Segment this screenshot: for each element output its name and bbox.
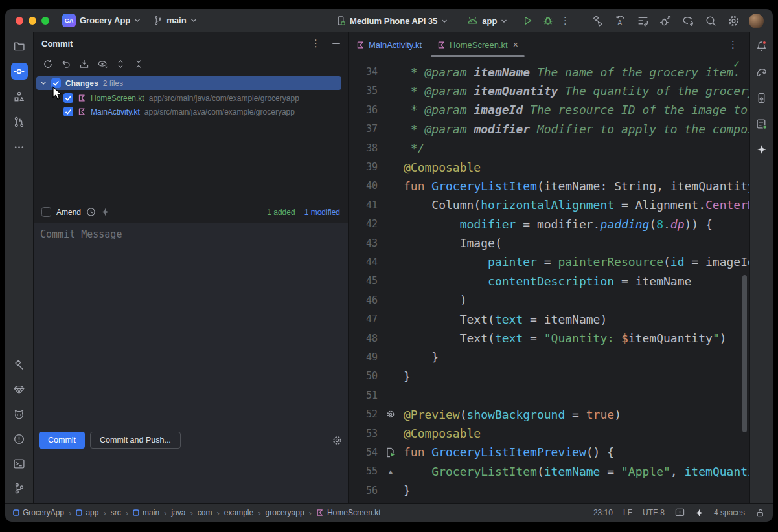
history-clock-icon[interactable]: [86, 207, 96, 217]
code-text[interactable]: * @param imageId The resource ID of the …: [404, 103, 748, 116]
code-line[interactable]: 45 contentDescription = itemName: [349, 272, 749, 291]
line-number[interactable]: 35: [349, 85, 378, 96]
code-line[interactable]: 47 Text(text = itemName): [349, 309, 749, 328]
line-number[interactable]: 41: [349, 199, 378, 211]
code-line[interactable]: 49 }: [349, 348, 749, 366]
breadcrumb-item[interactable]: HomeScreen.kt: [316, 508, 381, 517]
changes-group-row[interactable]: Changes 2 files: [36, 76, 341, 90]
inspection-widget-icon[interactable]: [675, 508, 685, 517]
code-text[interactable]: }: [404, 483, 411, 497]
code-text[interactable]: * @param modifier Modifier to apply to t…: [404, 122, 749, 136]
line-number[interactable]: 44: [349, 256, 378, 268]
commit-tool-button[interactable]: [11, 63, 28, 80]
restore-actions-button[interactable]: [635, 14, 650, 28]
breadcrumb-item[interactable]: app: [76, 508, 98, 517]
code-line[interactable]: 54fun GroceryListItemPreview() {: [349, 443, 749, 461]
file-checkbox[interactable]: [63, 93, 73, 103]
gutter-up-icon[interactable]: ▲: [378, 468, 404, 475]
code-text[interactable]: fun GroceryListItem(itemName: String, it…: [404, 179, 749, 193]
breadcrumb-item[interactable]: GroceryApp: [13, 508, 64, 517]
line-number[interactable]: 37: [349, 123, 378, 135]
amend-checkbox[interactable]: [41, 207, 51, 217]
code-line[interactable]: 44 painter = painterResource(id = imageI…: [349, 252, 749, 271]
line-number[interactable]: 33: [349, 57, 378, 59]
file-checkbox[interactable]: [63, 107, 73, 116]
code-text[interactable]: @Composable: [404, 427, 481, 440]
code-line[interactable]: 37 * @param modifier Modifier to apply t…: [349, 120, 749, 139]
code-text[interactable]: */: [404, 141, 425, 155]
code-line[interactable]: 53@Composable: [349, 424, 749, 443]
device-manager-button[interactable]: [753, 115, 770, 132]
breadcrumb-item[interactable]: java: [171, 508, 185, 517]
debug-button[interactable]: [541, 14, 555, 28]
code-text[interactable]: contentDescription = itemName: [404, 274, 691, 288]
ai-sparkle-icon[interactable]: [695, 509, 704, 517]
build-run-button[interactable]: [590, 14, 604, 28]
line-number[interactable]: 56: [349, 485, 378, 496]
line-number[interactable]: 53: [349, 428, 378, 439]
breadcrumb-item[interactable]: example: [224, 508, 253, 517]
code-text[interactable]: ): [404, 293, 467, 307]
code-line[interactable]: 46 ): [349, 291, 749, 309]
gutter-gear-icon[interactable]: [378, 410, 404, 419]
problems-tool-button[interactable]: [11, 430, 28, 447]
line-number[interactable]: 34: [349, 66, 378, 78]
code-text[interactable]: fun GroceryListItemPreview() {: [404, 445, 614, 459]
logcat-tool-button[interactable]: [11, 406, 28, 423]
panel-options-button[interactable]: ⋮: [308, 38, 323, 49]
code-text[interactable]: }: [404, 370, 411, 383]
code-line[interactable]: 35 * @param itemQuantity The quantity of…: [349, 82, 749, 100]
code-line[interactable]: 33: [349, 57, 749, 62]
code-editor[interactable]: 3334 * @param itemName The name of the g…: [349, 57, 749, 503]
code-text[interactable]: Column(horizontalAlignment = Alignment.C…: [404, 198, 749, 212]
editor-scrollbar[interactable]: [742, 275, 747, 432]
line-number[interactable]: 47: [349, 313, 378, 325]
more-run-options-button[interactable]: ⋮: [558, 14, 572, 28]
breadcrumb-item[interactable]: groceryapp: [266, 508, 304, 517]
code-line[interactable]: 39@Composable: [349, 157, 749, 176]
unlock-icon[interactable]: [755, 508, 765, 518]
code-line[interactable]: 55▲ GroceryListItem(itemName = "Apple", …: [349, 462, 749, 481]
settings-button[interactable]: [726, 14, 740, 28]
chevron-down-icon[interactable]: [40, 81, 47, 85]
code-line[interactable]: 50}: [349, 367, 749, 386]
shelve-button[interactable]: [76, 56, 92, 72]
show-diff-button[interactable]: [95, 56, 110, 72]
breadcrumb-item[interactable]: main: [133, 508, 159, 517]
code-text[interactable]: Text(text = "Quantity: $itemQuantity"): [404, 331, 727, 345]
code-line[interactable]: 43 Image(: [349, 234, 749, 252]
running-devices-button[interactable]: [753, 89, 770, 106]
run-button[interactable]: [520, 14, 534, 28]
refresh-changes-button[interactable]: [40, 56, 56, 72]
commit-options-button[interactable]: [332, 435, 343, 446]
line-number[interactable]: 45: [349, 275, 378, 287]
code-line[interactable]: 38 */: [349, 139, 749, 157]
gemini-ai-button[interactable]: [753, 141, 770, 158]
zoom-window-button[interactable]: [41, 17, 49, 25]
version-control-tool-button[interactable]: [11, 480, 28, 496]
device-selector[interactable]: Medium Phone API 35: [332, 14, 452, 28]
code-text[interactable]: }: [404, 350, 439, 364]
file-encoding[interactable]: UTF-8: [643, 508, 665, 517]
line-number[interactable]: 51: [349, 390, 378, 401]
editor-options-button[interactable]: ⋮: [726, 32, 749, 57]
code-line[interactable]: 34 * @param itemName The name of the gro…: [349, 62, 749, 81]
line-number[interactable]: 38: [349, 142, 378, 154]
code-line[interactable]: 51: [349, 386, 749, 405]
attach-debugger-button[interactable]: [658, 14, 672, 28]
code-line[interactable]: 36 * @param imageId The resource ID of t…: [349, 100, 749, 119]
gradle-tool-button[interactable]: [753, 63, 770, 80]
pull-requests-tool-button[interactable]: [11, 113, 28, 130]
line-number[interactable]: 55: [349, 465, 378, 477]
app-quality-insights-button[interactable]: [11, 381, 28, 398]
collapse-all-button[interactable]: [131, 56, 146, 72]
line-number[interactable]: 42: [349, 218, 378, 230]
line-number[interactable]: 48: [349, 333, 378, 344]
changed-file-row[interactable]: MainActivity.kt app/src/main/java/com/ex…: [34, 105, 348, 118]
line-separator[interactable]: LF: [623, 508, 632, 517]
more-tools-button[interactable]: [11, 139, 28, 155]
code-text[interactable]: Image(: [404, 236, 502, 250]
code-text[interactable]: Text(text = itemName): [404, 313, 607, 326]
breadcrumb-item[interactable]: com: [198, 508, 212, 517]
tab-homescreen[interactable]: HomeScreen.kt ×: [429, 32, 526, 57]
